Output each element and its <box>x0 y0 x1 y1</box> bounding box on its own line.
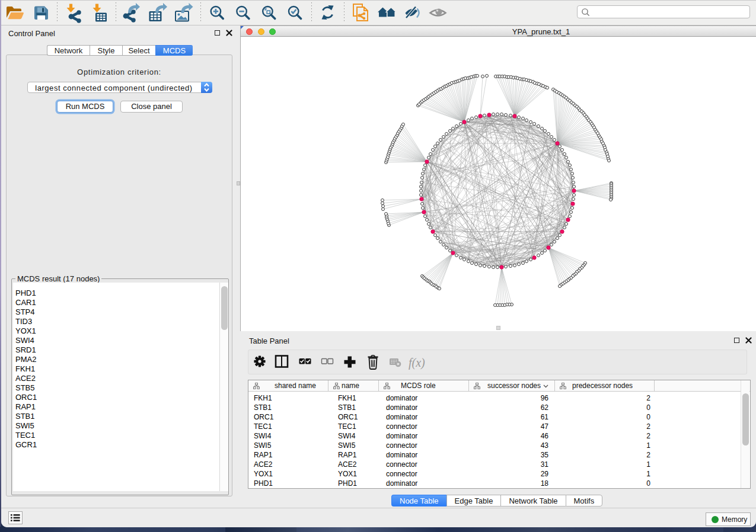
svg-text:f(x): f(x) <box>409 356 425 370</box>
